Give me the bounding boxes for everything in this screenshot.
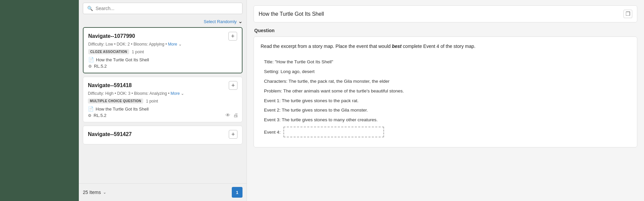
event4-drop-zone[interactable] (283, 127, 384, 137)
passage-text-2: How the Turtle Got Its Shell (96, 107, 149, 112)
item-card-591427: Navigate--591427 + (83, 126, 243, 144)
event4-label: Event 4: (264, 130, 281, 135)
item-card-header-2: Navigate--591418 + (88, 81, 237, 90)
passage-icon-2: 📄 (88, 106, 94, 112)
standard-icon-2: ⚙ (88, 113, 92, 118)
item-footer-icons-2: 👁 🖨 (225, 112, 238, 118)
item-meta-1: Difficulty: Low • DOK: 2 • Blooms: Apply… (88, 42, 237, 47)
eye-icon-2[interactable]: 👁 (225, 112, 230, 118)
more-link-2[interactable]: More (171, 91, 180, 96)
badge-row-2: MULTIPLE CHOICE QUESTION 1 point (88, 98, 237, 104)
points-1: 1 point (132, 50, 144, 54)
items-count-dropdown[interactable]: 25 Items ⌄ (83, 190, 106, 195)
search-input[interactable] (96, 6, 238, 11)
sidebar (0, 0, 79, 201)
question-section-label: Question (254, 28, 637, 33)
story-row-event2: Event 2: The turtle gives stones to the … (261, 106, 630, 115)
story-row-characters: Characters: The turtle, the pack rat, th… (261, 77, 630, 86)
question-title-bar: How the Turtle Got Its Shell ❐ (254, 5, 637, 22)
story-row-problem: Problem: The other animals want some of … (261, 86, 630, 96)
main-content: 🔍 Select Randomly ⌄ Navigate--1077990 + … (79, 0, 644, 201)
passage-text-1: How the Turtle Got Its Shell (96, 57, 149, 62)
standard-text-2: RL.5.2 (94, 113, 106, 118)
story-row-event3: Event 3: The turtle gives stones to many… (261, 115, 630, 125)
item-passage-2: 📄 How the Turtle Got Its Shell (88, 106, 237, 112)
story-row-title: Title: "How the Turtle Got Its Shell" (261, 57, 630, 67)
badge-row-1: CLOZE ASSOCIATION 1 point (88, 49, 237, 54)
add-button-2[interactable]: + (229, 81, 237, 90)
add-button-1[interactable]: + (228, 32, 237, 41)
expand-icon[interactable]: ❐ (624, 10, 632, 18)
select-randomly-link[interactable]: Select Randomly (204, 19, 236, 24)
standard-text-1: RL.5.2 (94, 64, 107, 69)
search-bar-container: 🔍 (79, 0, 247, 17)
pagination: 1 (232, 187, 243, 198)
item-meta-2: Difficulty: High • DOK: 3 • Blooms: Anal… (88, 91, 237, 96)
item-title-1: Navigate--1077990 (88, 33, 135, 39)
item-title-2: Navigate--591418 (88, 82, 132, 88)
search-bar: 🔍 (83, 3, 243, 14)
chevron-more-1: ⌄ (178, 42, 182, 47)
story-row-event4: Event 4: (261, 125, 630, 139)
story-row-setting: Setting: Long ago, desert (261, 67, 630, 77)
page-btn-1[interactable]: 1 (232, 187, 243, 198)
passage-icon-1: 📄 (88, 57, 94, 62)
question-title-text: How the Turtle Got Its Shell (259, 11, 324, 17)
select-randomly-container: Select Randomly ⌄ (79, 17, 247, 27)
more-link-1[interactable]: More (168, 42, 177, 47)
print-icon-2[interactable]: 🖨 (233, 112, 238, 118)
select-randomly-chevron: ⌄ (238, 18, 243, 24)
question-prompt: Read the excerpt from a story map. Place… (261, 43, 630, 50)
item-standard-1: ⚙ RL.5.2 (88, 64, 237, 69)
badge-1: CLOZE ASSOCIATION (88, 49, 129, 54)
item-card-header-1: Navigate--1077990 + (88, 32, 237, 41)
chevron-more-2: ⌄ (181, 91, 184, 96)
question-content: Read the excerpt from a story map. Place… (254, 37, 637, 147)
items-list: Navigate--1077990 + Difficulty: Low • DO… (79, 27, 247, 183)
item-passage-1: 📄 How the Turtle Got Its Shell (88, 57, 237, 62)
badge-2: MULTIPLE CHOICE QUESTION (88, 98, 143, 104)
item-card-1077990: Navigate--1077990 + Difficulty: Low • DO… (83, 27, 243, 73)
points-2: 1 point (146, 99, 158, 104)
item-card-591418: Navigate--591418 + Difficulty: High • DO… (83, 77, 243, 122)
left-panel: 🔍 Select Randomly ⌄ Navigate--1077990 + … (79, 0, 247, 201)
item-card-header-3: Navigate--591427 + (88, 130, 237, 139)
item-title-3: Navigate--591427 (88, 131, 132, 137)
right-panel: How the Turtle Got Its Shell ❐ Question … (247, 0, 644, 201)
story-map: Title: "How the Turtle Got Its Shell" Se… (261, 55, 630, 141)
bottom-bar: 25 Items ⌄ 1 (79, 183, 247, 201)
story-row-event1: Event 1: The turtle gives stones to the … (261, 96, 630, 106)
add-button-3[interactable]: + (229, 130, 237, 139)
item-standard-2: ⚙ RL.5.2 (88, 113, 237, 118)
standard-icon-1: ⚙ (88, 64, 92, 69)
items-count-label: 25 Items (83, 190, 101, 195)
items-count-chevron: ⌄ (103, 190, 106, 195)
search-icon: 🔍 (87, 6, 93, 11)
